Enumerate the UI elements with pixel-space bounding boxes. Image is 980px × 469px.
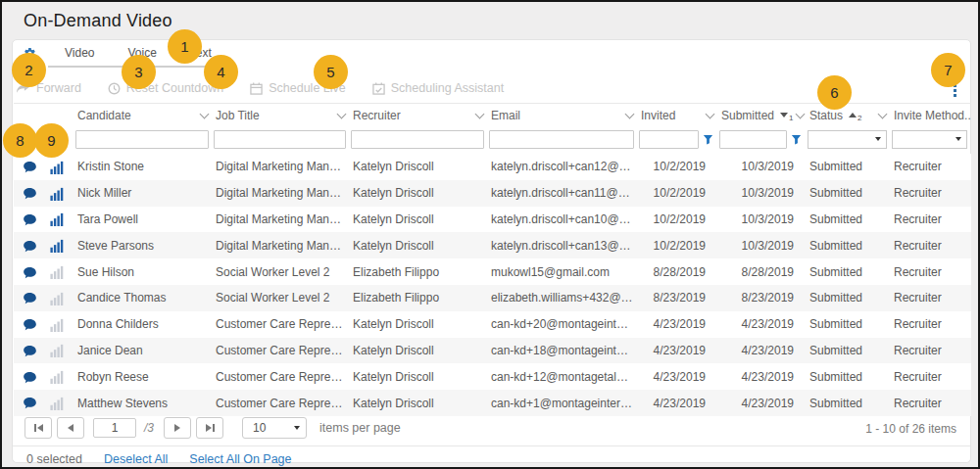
bar-chart-icon[interactable] (50, 212, 64, 226)
comment-bubble-icon[interactable] (23, 318, 37, 331)
column-header-job-title[interactable]: Job Title (213, 104, 350, 127)
comment-bubble-icon[interactable] (23, 213, 37, 226)
next-page-button[interactable] (164, 417, 191, 439)
candidate-name-link[interactable]: Kristin Stone (74, 154, 213, 180)
email-filter-input[interactable] (489, 130, 634, 149)
page-number-input[interactable] (93, 418, 136, 438)
calendar-icon (250, 82, 263, 95)
comment-bubble-icon[interactable] (23, 397, 37, 409)
job-title-link[interactable]: Digital Marketing Manager (213, 207, 350, 233)
bar-chart-icon[interactable] (50, 292, 64, 305)
bar-chart-icon[interactable] (50, 187, 64, 201)
candidate-name-link[interactable]: Donna Childers (74, 311, 213, 338)
comment-bubble-icon[interactable] (23, 266, 37, 279)
table-row: Candice Thomas Social Worker Level 2 Eli… (14, 285, 971, 311)
candidate-name-link[interactable]: Janice Dean (74, 338, 213, 364)
comment-bubble-icon[interactable] (23, 292, 37, 305)
comment-bubble-icon[interactable] (23, 345, 37, 357)
job-title-link[interactable]: Customer Care Representative (213, 363, 350, 390)
invited-filter-input[interactable] (639, 130, 699, 149)
job-title-link[interactable]: Digital Marketing Manager (213, 180, 350, 207)
column-header-invited[interactable]: Invited (638, 104, 718, 127)
job-title-link[interactable]: Digital Marketing Manager (213, 154, 350, 180)
table-row: Nick Miller Digital Marketing Manager Ka… (14, 180, 971, 207)
column-header-recruiter[interactable]: Recruiter (350, 104, 488, 127)
invite-method-cell: Recruiter (891, 154, 971, 180)
column-header-candidate[interactable]: Candidate (74, 104, 213, 127)
column-header-status[interactable]: Status2 (807, 104, 891, 127)
comment-bubble-icon[interactable] (23, 187, 37, 200)
job-title-link[interactable]: Social Worker Level 2 (213, 258, 350, 285)
recruiter-filter-input[interactable] (351, 130, 484, 149)
sort-ascending-icon (849, 113, 857, 117)
job-title-link[interactable]: Customer Care Representative (213, 338, 350, 364)
submitted-date-cell: 8/23/2019 (718, 285, 807, 311)
table-row: Donna Childers Customer Care Representat… (14, 311, 971, 338)
previous-page-button[interactable] (57, 417, 84, 439)
bar-chart-icon[interactable] (50, 239, 64, 253)
recruiter-cell: Katelyn Driscoll (350, 232, 488, 258)
job-title-link[interactable]: Social Worker Level 2 (213, 285, 350, 311)
column-menu-chevron-icon[interactable] (796, 109, 806, 118)
column-header-invite-method[interactable]: Invite Method... (891, 104, 971, 127)
invite-method-cell: Recruiter (891, 285, 971, 311)
tab-video[interactable]: Video (48, 45, 111, 61)
invite-method-filter-select[interactable] (892, 130, 967, 149)
bar-chart-icon[interactable] (50, 370, 64, 384)
job-title-link[interactable]: Customer Care Representative (213, 311, 350, 338)
candidate-name-link[interactable]: Sue Hilson (74, 258, 213, 285)
candidate-name-link[interactable]: Robyn Reese (74, 363, 213, 390)
comment-bubble-icon[interactable] (23, 240, 37, 253)
email-cell: can-kd+20@montageinterview... (488, 311, 638, 338)
deselect-all-link[interactable]: Deselect All (104, 452, 168, 466)
items-per-page-select[interactable]: 10 (242, 417, 307, 439)
column-menu-chevron-icon[interactable] (337, 109, 347, 118)
email-cell: katelyn.driscoll+can11@alias.... (488, 180, 638, 207)
status-cell: Submitted (807, 311, 891, 338)
invite-method-cell: Recruiter (891, 232, 971, 258)
filter-funnel-icon[interactable] (791, 134, 802, 145)
candidate-name-link[interactable]: Tara Powell (74, 207, 213, 233)
email-cell: mukowl15@gmail.com (488, 258, 638, 285)
job-title-link[interactable]: Digital Marketing Manager (213, 232, 350, 258)
callout-1: 1 (168, 29, 202, 64)
submitted-filter-input[interactable] (719, 130, 787, 149)
callout-3: 3 (122, 55, 156, 89)
filter-funnel-icon[interactable] (703, 134, 713, 145)
bar-chart-icon[interactable] (50, 318, 64, 332)
candidate-name-link[interactable]: Candice Thomas (74, 285, 213, 311)
comment-bubble-icon[interactable] (23, 161, 37, 173)
bar-chart-icon[interactable] (50, 344, 64, 357)
invited-date-cell: 10/2/2019 (638, 232, 718, 258)
column-header-submitted[interactable]: Submitted1 (718, 104, 807, 127)
invited-date-cell: 8/28/2019 (638, 258, 718, 285)
pager: /3 10 items per page (24, 417, 401, 439)
first-page-button[interactable] (24, 417, 52, 439)
selection-bar-divider (13, 446, 970, 446)
column-header-email[interactable]: Email (488, 104, 638, 127)
column-menu-chevron-icon[interactable] (706, 109, 715, 118)
bar-chart-icon[interactable] (50, 161, 64, 174)
job-title-filter-input[interactable] (214, 130, 346, 149)
invite-method-cell: Recruiter (891, 390, 971, 416)
candidate-name-link[interactable]: Steve Parsons (74, 232, 213, 258)
candidate-name-link[interactable]: Nick Miller (74, 180, 213, 207)
column-menu-chevron-icon[interactable] (200, 109, 210, 118)
candidate-name-link[interactable]: Matthew Stevens (74, 390, 213, 416)
recruiter-cell: Elizabeth Filippo (350, 258, 488, 285)
comment-bubble-icon[interactable] (23, 371, 37, 384)
column-menu-chevron-icon[interactable] (878, 109, 888, 118)
scheduling-assistant-button[interactable]: Scheduling Assistant (372, 81, 504, 95)
bar-chart-icon[interactable] (50, 265, 64, 279)
job-title-link[interactable]: Customer Care Representative (213, 390, 350, 416)
select-all-on-page-link[interactable]: Select All On Page (189, 452, 291, 466)
bar-chart-icon[interactable] (50, 397, 64, 410)
column-menu-chevron-icon[interactable] (625, 109, 635, 118)
submitted-date-cell: 8/28/2019 (718, 258, 807, 285)
recruiter-cell: Katelyn Driscoll (350, 363, 488, 390)
candidate-filter-input[interactable] (75, 130, 209, 149)
column-menu-chevron-icon[interactable] (475, 109, 485, 118)
status-filter-select[interactable] (808, 130, 887, 149)
submitted-date-cell: 10/3/2019 (718, 207, 807, 233)
last-page-button[interactable] (196, 417, 223, 439)
